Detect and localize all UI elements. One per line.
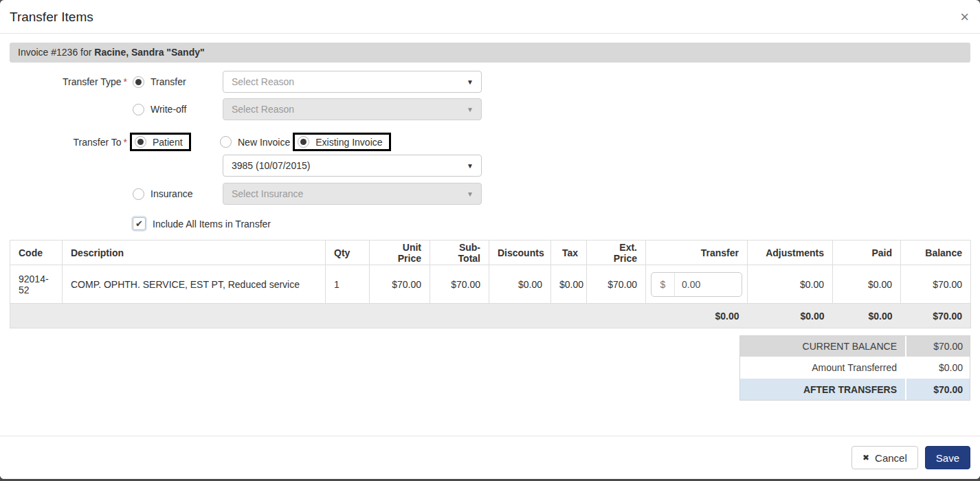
radio-patient-circle[interactable] (135, 136, 146, 148)
invoice-items-table: Code Description Qty Unit Price Sub-Tota… (10, 240, 971, 328)
writeoff-row: Write-off Select Reason ▼ (10, 98, 970, 120)
summary-after-transfers-label: AFTER TRANSFERS (740, 379, 906, 400)
save-button[interactable]: Save (925, 446, 970, 469)
summary-current-balance-label: CURRENT BALANCE (740, 336, 906, 357)
radio-new-invoice[interactable]: New Invoice (220, 136, 290, 148)
transfer-form: Transfer Type* Transfer Select Reason ▼ (0, 71, 980, 230)
transfer-items-modal: Transfer Items × Invoice #1236 for Racin… (0, 0, 980, 479)
transfer-amount-input[interactable] (675, 279, 742, 290)
radio-existing-invoice-label: Existing Invoice (315, 137, 382, 148)
page-title: Transfer Items (10, 10, 93, 25)
cancel-x-icon: ✖ (862, 453, 869, 462)
col-header-ext-price: Ext. Price (587, 240, 646, 265)
col-header-transfer: Transfer (646, 240, 748, 265)
col-header-qty: Qty (326, 240, 370, 265)
balance-summary: CURRENT BALANCE $70.00 Amount Transferre… (739, 335, 970, 401)
required-asterisk: * (124, 76, 127, 87)
transfer-type-row: Transfer Type* Transfer Select Reason ▼ (10, 71, 970, 93)
summary-after-transfers-value: $70.00 (906, 379, 970, 400)
radio-insurance-circle[interactable] (133, 188, 144, 200)
col-header-sub-total: Sub-Total (430, 240, 489, 265)
chevron-down-icon: ▼ (467, 162, 474, 170)
transfer-reason-placeholder: Select Reason (232, 76, 294, 87)
col-header-description: Description (63, 240, 326, 265)
summary-current-balance-value: $70.00 (906, 336, 970, 357)
transfer-amount-group: $ (651, 272, 742, 297)
insurance-select: Select Insurance ▼ (223, 183, 482, 205)
existing-invoice-select-row: 3985 (10/07/2015) ▼ (10, 155, 970, 177)
existing-invoice-selected-value: 3985 (10/07/2015) (232, 160, 310, 171)
close-icon[interactable]: × (960, 10, 969, 25)
transfer-reason-select[interactable]: Select Reason ▼ (223, 71, 482, 93)
summary-amount-transferred-value: $0.00 (906, 357, 970, 378)
summary-current-balance-row: CURRENT BALANCE $70.00 (740, 336, 970, 357)
cell-unit-price: $70.00 (370, 265, 430, 304)
radio-patient[interactable]: Patient (135, 136, 183, 148)
radio-transfer-label: Transfer (151, 76, 186, 87)
cell-description: COMP. OPHTH. SERVICE, EST PT, Reduced se… (63, 265, 326, 304)
radio-new-invoice-label: New Invoice (238, 137, 290, 148)
chevron-down-icon: ▼ (467, 106, 474, 113)
modal-footer: ✖ Cancel Save (0, 436, 980, 479)
cell-balance: $70.00 (901, 265, 971, 304)
balance-summary-wrap: CURRENT BALANCE $70.00 Amount Transferre… (0, 335, 970, 401)
modal-header: Transfer Items × (0, 0, 980, 34)
radio-insurance-label: Insurance (151, 188, 192, 199)
radio-existing-invoice-circle[interactable] (298, 136, 309, 148)
total-transfer: $0.00 (646, 304, 748, 328)
col-header-balance: Balance (901, 240, 971, 265)
radio-transfer[interactable]: Transfer (133, 76, 186, 88)
table-totals-row: $0.00 $0.00 $0.00 $70.00 (10, 304, 971, 328)
total-adjustments: $0.00 (748, 304, 833, 328)
col-header-tax: Tax (551, 240, 587, 265)
cell-discounts: $0.00 (489, 265, 551, 304)
include-all-label: Include All Items in Transfer (153, 219, 271, 230)
radio-existing-invoice[interactable]: Existing Invoice (298, 136, 382, 148)
cell-sub-total: $70.00 (430, 265, 489, 304)
insurance-row: Insurance Select Insurance ▼ (10, 183, 970, 205)
summary-after-transfers-row: AFTER TRANSFERS $70.00 (740, 379, 970, 400)
table-header-row: Code Description Qty Unit Price Sub-Tota… (10, 240, 971, 265)
radio-insurance[interactable]: Insurance (133, 188, 192, 200)
transfer-type-label: Transfer Type* (10, 76, 127, 87)
chevron-down-icon: ▼ (467, 190, 474, 198)
radio-writeoff-circle[interactable] (133, 104, 144, 115)
cell-tax: $0.00 (551, 265, 587, 304)
summary-amount-transferred-label: Amount Transferred (740, 357, 906, 378)
col-header-adjustments: Adjustments (748, 240, 833, 265)
cell-adjustments: $0.00 (748, 265, 833, 304)
check-icon: ✔ (135, 219, 143, 229)
col-header-unit-price: Unit Price (370, 240, 430, 265)
cancel-button-label: Cancel (875, 452, 907, 464)
radio-new-invoice-circle[interactable] (220, 136, 232, 148)
col-header-paid: Paid (833, 240, 901, 265)
col-header-code: Code (10, 240, 63, 265)
total-balance: $70.00 (901, 304, 971, 328)
insurance-placeholder: Select Insurance (232, 188, 303, 199)
col-header-discounts: Discounts (489, 240, 551, 265)
cell-code: 92014-52 (10, 265, 63, 304)
invoice-info-bar: Invoice #1236 for Racine, Sandra "Sandy" (10, 43, 970, 63)
click-highlight-patient: Patient (130, 133, 191, 151)
radio-patient-label: Patient (153, 137, 183, 148)
patient-name: Racine, Sandra "Sandy" (94, 47, 204, 58)
radio-writeoff-label: Write-off (151, 104, 186, 115)
cancel-button[interactable]: ✖ Cancel (851, 446, 918, 469)
table-row: 92014-52 COMP. OPHTH. SERVICE, EST PT, R… (10, 265, 971, 304)
cell-ext-price: $70.00 (587, 265, 646, 304)
transfer-to-row: Transfer To* Patient New Invoice (10, 133, 970, 151)
chevron-down-icon: ▼ (467, 78, 474, 86)
cell-transfer: $ (646, 265, 748, 304)
include-all-row: ✔ Include All Items in Transfer (10, 217, 970, 230)
invoice-prefix: Invoice #1236 for (18, 47, 94, 58)
existing-invoice-select[interactable]: 3985 (10/07/2015) ▼ (223, 155, 482, 177)
writeoff-reason-select: Select Reason ▼ (223, 98, 482, 120)
radio-transfer-circle[interactable] (133, 76, 144, 88)
writeoff-reason-placeholder: Select Reason (232, 104, 294, 115)
total-paid: $0.00 (833, 304, 901, 328)
cell-paid: $0.00 (833, 265, 901, 304)
click-highlight-existing-invoice: Existing Invoice (293, 133, 390, 151)
radio-writeoff[interactable]: Write-off (133, 104, 186, 115)
include-all-checkbox[interactable]: ✔ (133, 217, 146, 230)
transfer-to-label: Transfer To* (10, 137, 127, 148)
